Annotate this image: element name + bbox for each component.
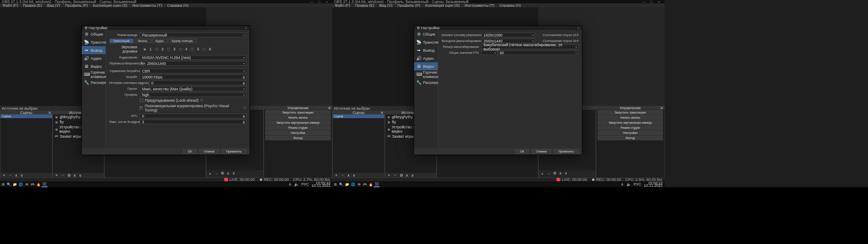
close-icon[interactable]: × — [245, 26, 247, 30]
mail-button[interactable]: ✉ — [356, 181, 362, 187]
studio-mode-button[interactable]: Режим студии — [598, 125, 663, 130]
menu-tools[interactable]: Инструменты (T) — [132, 3, 162, 8]
cancel-button[interactable]: Отмена — [531, 149, 551, 154]
add-source-button[interactable]: ＋ — [55, 172, 58, 178]
taskbar[interactable]: ⊞ 🔍 📁 🌐 ✉ 🎮 🔥 ⬛ ∧ 🔈 РУС 15:56:2210.11.20… — [332, 181, 665, 187]
cancel-button[interactable]: Отмена — [199, 149, 219, 154]
menu-edit[interactable]: Правка (E) — [355, 3, 374, 8]
rescale-checkbox[interactable] — [140, 62, 143, 65]
tray-chevron-icon[interactable]: ∧ — [289, 182, 292, 186]
track-1-radio[interactable] — [143, 48, 146, 51]
ok-button[interactable]: ОК — [515, 149, 529, 154]
app-button[interactable]: 🔥 — [368, 181, 374, 187]
track-2-radio[interactable] — [155, 48, 158, 51]
start-record-button[interactable]: Начать запись — [265, 115, 331, 120]
profile-select[interactable]: high▾ — [140, 92, 246, 97]
scene-down-button[interactable]: ∨ — [20, 173, 23, 177]
popout-icon[interactable]: ▣ — [381, 111, 384, 114]
scene-up-button[interactable]: ∧ — [15, 173, 18, 177]
cat-audio[interactable]: 🔊Аудио — [82, 54, 106, 62]
source-up-button[interactable]: ∧ — [73, 173, 76, 177]
gpu-input[interactable]: 0▴▾ — [140, 114, 246, 118]
track-3-radio[interactable] — [167, 48, 170, 51]
settings-button[interactable]: Настройки — [598, 130, 663, 135]
menu-edit[interactable]: Правка (E) — [23, 3, 42, 8]
cat-hotkeys[interactable]: ⌨Горячие клавиши — [82, 70, 106, 78]
cat-stream[interactable]: 📡Трансляция — [414, 38, 438, 46]
tray-clock[interactable]: 15:55:4210.11.2021 — [312, 182, 331, 187]
remove-transition-button[interactable]: － — [547, 171, 551, 177]
transition-down-button[interactable]: ∨ — [232, 171, 235, 177]
info-icon[interactable]: ⓘ — [200, 98, 203, 103]
add-scene-button[interactable]: ＋ — [2, 172, 6, 178]
cat-output[interactable]: ➡Вывод — [414, 46, 438, 54]
remove-source-button[interactable]: － — [61, 172, 65, 178]
cat-output[interactable]: ➡Вывод — [82, 46, 106, 54]
source-down-button[interactable]: ∨ — [411, 173, 414, 177]
menu-scenes[interactable]: Коллекция сцен (S) — [93, 3, 127, 8]
menu-view[interactable]: Вид (V) — [379, 3, 392, 8]
steam-button[interactable]: 🎮 — [362, 181, 368, 187]
menu-file[interactable]: Файл (F) — [3, 3, 18, 8]
info-icon[interactable]: ⓘ — [243, 106, 246, 110]
popout-icon[interactable]: ▣ — [48, 111, 51, 114]
source-up-button[interactable]: ∧ — [406, 173, 409, 177]
start-stream-button[interactable]: Запустить трансляцию — [265, 110, 331, 115]
menu-file[interactable]: Файл (F) — [335, 3, 350, 8]
settings-button[interactable]: Настройки — [265, 130, 331, 135]
mail-button[interactable]: ✉ — [24, 181, 30, 187]
menu-help[interactable]: Справка (H) — [499, 3, 520, 8]
base-res-select[interactable]: 1920x1080▾ — [481, 33, 535, 37]
add-transition-button[interactable]: ＋ — [540, 171, 544, 177]
close-button[interactable]: × — [323, 0, 331, 4]
cat-general[interactable]: ⚙Общие — [414, 30, 438, 38]
ok-button[interactable]: ОК — [183, 149, 197, 154]
menu-help[interactable]: Справка (H) — [167, 3, 188, 8]
menubar[interactable]: Файл (F) Правка (E) Вид (V) Профиль (P) … — [0, 3, 332, 7]
rate-control-select[interactable]: CBR▾ — [140, 69, 246, 73]
obs-taskbar-button[interactable]: ⬛ — [42, 181, 47, 187]
start-button[interactable]: ⊞ — [0, 181, 6, 187]
bitrate-input[interactable]: 10000 Kbps▴▾ — [140, 75, 246, 79]
source-props-button[interactable]: ⚙ — [67, 173, 71, 177]
max-button[interactable]: □ — [648, 0, 655, 4]
transition-up-button[interactable]: ∧ — [559, 171, 562, 177]
output-mode-select[interactable]: Расширенный▾ — [140, 33, 246, 37]
source-props-button[interactable]: ⚙ — [400, 173, 403, 177]
menu-profile[interactable]: Профиль (P) — [65, 3, 88, 8]
cat-stream[interactable]: 📡Трансляция — [82, 38, 106, 46]
menu-view[interactable]: Вид (V) — [47, 3, 60, 8]
tab-audio-out[interactable]: Аудио — [152, 39, 168, 43]
close-button[interactable]: × — [655, 0, 663, 4]
start-record-button[interactable]: Начать запись — [598, 115, 663, 120]
start-vcam-button[interactable]: Запустить виртуальную камеру — [598, 120, 663, 125]
tray-sound-icon[interactable]: 🔈 — [626, 182, 631, 186]
search-button[interactable]: 🔍 — [338, 181, 344, 187]
tab-stream-out[interactable]: Трансляция — [109, 39, 134, 43]
start-stream-button[interactable]: Запустить трансляцию — [598, 110, 663, 115]
menu-scenes[interactable]: Коллекция сцен (S) — [425, 3, 459, 8]
tab-replay-out[interactable]: Буфер повтора — [168, 39, 196, 43]
bframes-input[interactable]: 3▴▾ — [140, 119, 246, 124]
psycho-checkbox[interactable] — [139, 106, 143, 110]
browser-button[interactable]: 🌐 — [350, 181, 356, 187]
start-button[interactable]: ⊞ — [332, 181, 338, 187]
tray-clock[interactable]: 15:56:2210.11.2021 — [644, 182, 663, 187]
menubar[interactable]: Файл (F) Правка (E) Вид (V) Профиль (P) … — [332, 3, 665, 7]
cat-hotkeys[interactable]: ⌨Горячие клавиши — [414, 70, 438, 78]
taskbar[interactable]: ⊞ 🔍 📁 🌐 ✉ 🎮 🔥 ⬛ ∧ 🔈 РУС 15:55:4210.11.20… — [0, 181, 332, 187]
scale-filter-select[interactable]: Бикубический (чёткое масштабирование, 16… — [481, 44, 579, 49]
browser-button[interactable]: 🌐 — [18, 181, 24, 187]
popout-icon[interactable]: ▣ — [328, 106, 331, 110]
remove-source-button[interactable]: － — [393, 172, 397, 178]
transition-props-button[interactable]: ⚙ — [221, 171, 224, 177]
tray-chevron-icon[interactable]: ∧ — [621, 182, 624, 186]
preset-select[interactable]: Макс. качество (Max Quality)▾ — [140, 86, 246, 91]
close-icon[interactable]: × — [577, 26, 579, 30]
fps-value-select[interactable]: 60▾ — [498, 50, 579, 55]
cat-video[interactable]: 🖥Видео — [82, 62, 106, 70]
tray-sound-icon[interactable]: 🔈 — [294, 182, 299, 186]
lookahead-checkbox[interactable] — [140, 99, 143, 102]
exit-button[interactable]: Выход — [265, 136, 331, 140]
rescale-select[interactable]: 2560x1440▾ — [145, 61, 246, 66]
